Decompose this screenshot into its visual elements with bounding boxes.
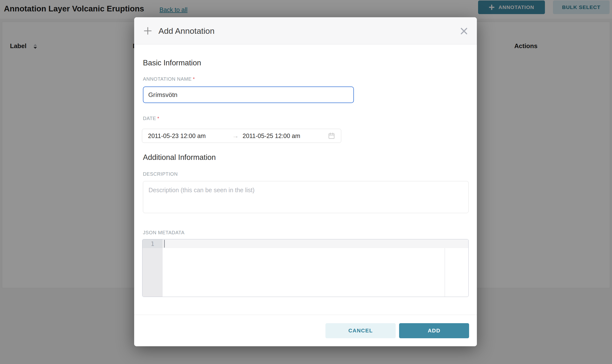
range-arrow-icon: → bbox=[232, 133, 239, 139]
close-icon[interactable] bbox=[459, 26, 469, 36]
annotation-name-label: ANNOTATION NAME* bbox=[143, 76, 195, 82]
calendar-icon bbox=[328, 132, 335, 140]
required-asterisk: * bbox=[157, 116, 159, 121]
date-start-value[interactable]: 2011-05-23 12:00 am bbox=[148, 132, 216, 140]
date-end-value[interactable]: 2011-05-25 12:00 am bbox=[243, 132, 300, 140]
annotation-name-input[interactable] bbox=[143, 87, 354, 103]
date-label: DATE* bbox=[143, 115, 159, 121]
date-label-text: DATE bbox=[143, 116, 156, 121]
json-metadata-editor[interactable]: 1 bbox=[142, 239, 469, 297]
description-textarea[interactable] bbox=[143, 181, 469, 213]
modal-body: Basic Information ANNOTATION NAME* DATE*… bbox=[134, 44, 477, 315]
add-button[interactable]: ADD bbox=[399, 323, 469, 338]
required-asterisk: * bbox=[193, 76, 195, 82]
cancel-button[interactable]: CANCEL bbox=[326, 323, 396, 338]
line-number: 1 bbox=[143, 240, 163, 247]
json-metadata-label: JSON METADATA bbox=[143, 229, 184, 236]
section-basic-information: Basic Information bbox=[143, 58, 201, 68]
active-line-highlight bbox=[163, 239, 468, 248]
modal-header: Add Annotation bbox=[134, 17, 477, 44]
text-cursor bbox=[164, 240, 165, 247]
date-range-picker[interactable]: 2011-05-23 12:00 am → 2011-05-25 12:00 a… bbox=[142, 129, 341, 143]
description-label: DESCRIPTION bbox=[143, 171, 178, 177]
modal-title: Add Annotation bbox=[158, 26, 215, 36]
section-additional-information: Additional Information bbox=[143, 152, 216, 163]
add-annotation-modal: Add Annotation Basic Information ANNOTAT… bbox=[134, 17, 477, 346]
annotation-name-label-text: ANNOTATION NAME bbox=[143, 76, 192, 82]
plus-icon bbox=[143, 26, 152, 35]
modal-footer: CANCEL ADD bbox=[134, 315, 477, 346]
